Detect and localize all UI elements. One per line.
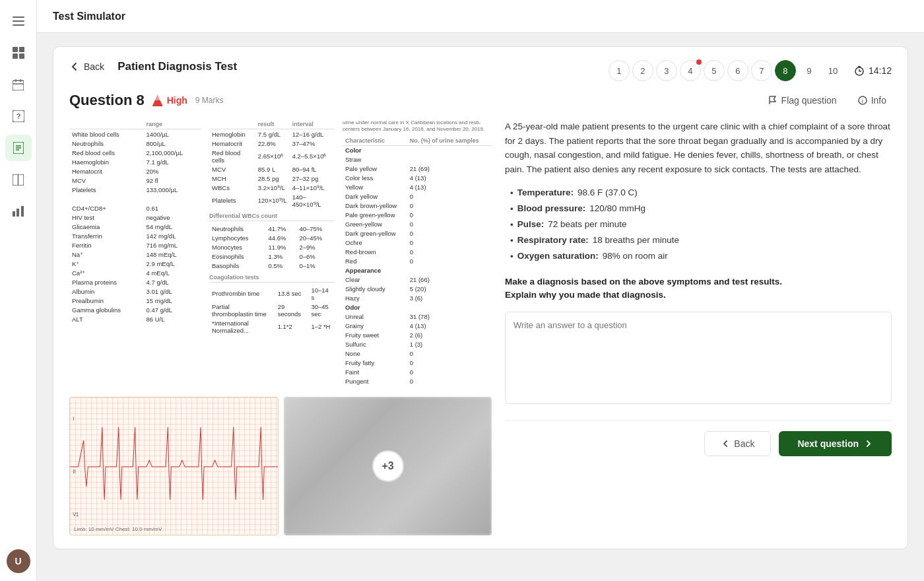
table-row: Odor [343, 303, 492, 312]
pagination-row: 1 2 3 4 5 6 7 8 9 10 14:12 [609, 60, 892, 81]
marks: 9 Marks [195, 96, 224, 105]
info-button[interactable]: i Info [853, 92, 892, 108]
table-row: Dark green-yellow0 [343, 229, 492, 238]
table-row: None0 [343, 349, 492, 359]
page-2[interactable]: 2 [632, 60, 653, 81]
page-5[interactable]: 5 [704, 60, 725, 81]
table-row: Fruity fatty0 [343, 359, 492, 368]
sidebar-item-question[interactable]: ? [5, 103, 32, 129]
sidebar-item-grid[interactable] [5, 40, 32, 66]
sidebar-item-document[interactable] [5, 135, 32, 161]
table-row: Hazy3 (6) [343, 294, 492, 303]
table-row: Yellow4 (13) [343, 183, 492, 192]
sidebar-item-menu[interactable] [5, 8, 32, 34]
page-3[interactable]: 3 [656, 60, 677, 81]
table-row: K⁺2.9 mEq/L [69, 259, 201, 268]
avatar: U [7, 549, 30, 573]
differential-table: Neutrophils41.7%40–75% Lymphocytes44.6%2… [209, 224, 335, 270]
back-button-bottom[interactable]: Back [704, 431, 771, 456]
svg-rect-0 [13, 17, 24, 18]
differential-header: Differential WBCs count [209, 213, 335, 221]
table-row: Plasma proteins4.7 g/dL [69, 277, 201, 287]
page-8[interactable]: 8 [775, 60, 796, 81]
coagulation-header: Coagulation tests [209, 274, 335, 283]
svg-rect-3 [13, 47, 18, 52]
svg-rect-1 [13, 20, 24, 22]
table-row: Transferrin142 mg/dL [69, 231, 201, 240]
table-row: WBCs3.2×10⁹/L4–11×10⁹/L [209, 183, 335, 192]
timer: 14:12 [854, 65, 892, 76]
table-row: Dark yellow0 [343, 192, 492, 201]
svg-text:V1: V1 [73, 511, 79, 518]
table-row: Glicaemia54 mg/dL [69, 222, 201, 231]
question-right: Flag question i Info [763, 92, 892, 108]
sidebar-item-book[interactable] [5, 166, 32, 193]
table-row: Fruity sweet2 (6) [343, 331, 492, 340]
table-row: Prealbumin15 mg/dL [69, 296, 201, 305]
table-row: Pale green-yellow0 [343, 211, 492, 220]
coagulation-table: Prothrombin time13.8 sec10–14 s Partial … [209, 285, 335, 335]
difficulty-badge: High [152, 94, 187, 106]
table-row: Haemoglobin7.1 g/dL [69, 157, 201, 166]
page-6[interactable]: 6 [727, 60, 748, 81]
flag-button[interactable]: Flag question [763, 92, 842, 108]
urine-header: urine under normal care in X Caribbean l… [343, 120, 492, 133]
svg-rect-4 [19, 47, 24, 52]
table-row: Straw [343, 155, 492, 164]
svg-rect-21 [21, 206, 24, 217]
table-row: Appearance [343, 266, 492, 275]
app-title: Test Simulator [53, 11, 125, 22]
table-row: MCH28.5 pg27–32 pg [209, 174, 335, 183]
top-bar: Test Simulator [37, 0, 924, 33]
next-question-button[interactable]: Next question [779, 431, 892, 456]
table-row: Red blood cells2.65×10⁶4.2–5.5×10⁶ [209, 148, 335, 164]
table-row: Pale yellow21 (69) [343, 164, 492, 174]
table-row: Slightly cloudy5 (20) [343, 285, 492, 294]
svg-text:I: I [73, 415, 74, 422]
difficulty-text: High [167, 95, 187, 106]
question-body: range White blood cells1400/µL Neutrophi… [69, 120, 892, 535]
table-row: MCV92 fl [69, 176, 201, 185]
question-left: Question 8 High 9 Marks [69, 92, 223, 109]
table-row: White blood cells1400/µL [69, 129, 201, 139]
table-row: Red blood cells2,100,000/µL [69, 148, 201, 157]
table-row: Neutrophils800/µL [69, 139, 201, 148]
exam-title: Patient Diagnosis Test [117, 60, 237, 73]
page-10[interactable]: 10 [822, 60, 843, 81]
question-number: Question 8 [69, 92, 145, 109]
sidebar-item-calendar[interactable] [5, 71, 32, 98]
page-1[interactable]: 1 [609, 60, 630, 81]
page-4[interactable]: 4 [680, 60, 701, 81]
additional-images[interactable]: +3 [284, 397, 492, 535]
ecg-image[interactable]: I II V1 Limb: 10 mm/mV Chest: 10.0 mm/mV [69, 397, 279, 535]
list-item: Blood pressure: 120/80 mmHg [510, 201, 892, 217]
svg-text:II: II [73, 468, 75, 475]
page-9[interactable]: 9 [799, 60, 820, 81]
table-row: Monocytes11.9%2–9% [209, 242, 335, 252]
more-images-badge[interactable]: +3 [372, 450, 404, 482]
table-row: Red-brown0 [343, 248, 492, 257]
page-7[interactable]: 7 [751, 60, 772, 81]
table-row: Red0 [343, 257, 492, 266]
answer-input[interactable] [505, 312, 892, 404]
urine-table: Characteristic No. (%) of urine samples … [343, 136, 492, 386]
table-row: Dark brown-yellow0 [343, 201, 492, 211]
main-area: Test Simulator Back Patient Diagnosis Te… [37, 0, 924, 581]
lab-col-3: urine under normal care in X Caribbean l… [343, 120, 492, 386]
vitals-list: Temperature: 98.6 F (37.0 C) Blood press… [505, 186, 892, 265]
lab-table-1: range White blood cells1400/µL Neutrophi… [69, 120, 201, 324]
table-row: Eosinophils1.3%0–6% [209, 252, 335, 261]
back-button-top[interactable]: Back [69, 61, 104, 72]
sidebar-item-chart[interactable] [5, 198, 32, 224]
table-row: Gamma globulins0.47 g/dL [69, 305, 201, 314]
ecg-trace: I II V1 [70, 407, 278, 526]
ecg-label: Limb: 10 mm/mV Chest: 10.0 mm/mV [74, 526, 162, 532]
lab-col-1: range White blood cells1400/µL Neutrophi… [69, 120, 201, 386]
table-row: Sulfuric1 (3) [343, 340, 492, 349]
svg-text:i: i [862, 98, 863, 104]
table-row: MCV85.9 L80–94 fL [209, 164, 335, 174]
table-row: Partial thromboplastin time29 seconds30–… [209, 302, 335, 318]
table-row: Platelets120×10⁹/L140–450×10⁹/L [209, 192, 335, 209]
table-row: Color [343, 145, 492, 155]
images-row: I II V1 Limb: 10 mm/mV Chest: 10.0 mm/mV… [69, 397, 492, 535]
